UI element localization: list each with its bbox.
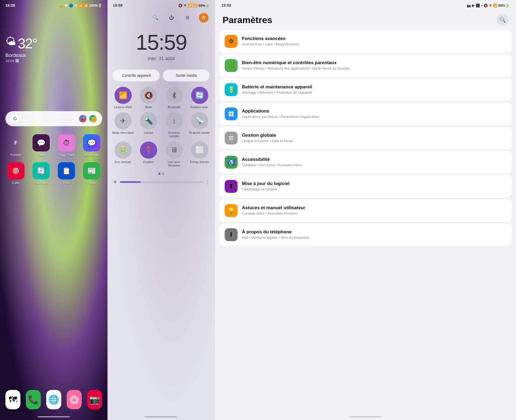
qs-status-time: 15:59 bbox=[113, 3, 123, 8]
settings-item-bienetre[interactable]: 🌿 Bien-être numérique et contrôles paren… bbox=[219, 54, 512, 77]
qs-power-icon[interactable]: ⏻ bbox=[167, 13, 176, 23]
settings-applications-icon bbox=[225, 107, 238, 120]
settings-item-gestion[interactable]: Gestion globale Langue et clavier • Date… bbox=[219, 127, 512, 149]
app-cake[interactable]: 🎯 Cake bbox=[5, 162, 26, 185]
qs-tile-position[interactable]: 📍 Position bbox=[137, 142, 160, 167]
qs-settings-icon[interactable]: ⚙ bbox=[183, 13, 192, 23]
settings-item-apropos[interactable]: ℹ À propos du téléphone État • Mentions … bbox=[219, 223, 512, 246]
settings-maj-icon: ⬆ bbox=[225, 180, 238, 193]
app-habitudes[interactable]: 🔄 Habitudes bbox=[31, 162, 52, 185]
settings-gestion-title: Gestion globale bbox=[242, 133, 506, 138]
home-dock: 🗺 📞 🌐 🌸 📷 bbox=[0, 390, 108, 409]
qs-dot-1 bbox=[158, 173, 160, 175]
qs-user-avatar[interactable]: N bbox=[199, 13, 209, 23]
qs-brightness-bar[interactable] bbox=[120, 181, 202, 183]
weather-widget[interactable]: 🌤 32° Bordeaux 16:04 🔄 bbox=[5, 35, 102, 63]
qs-tile-ptacces[interactable]: 📡 Pt accès mobile bbox=[188, 112, 211, 138]
app-feedly[interactable]: 📰 Feedly bbox=[81, 162, 102, 185]
qs-brightness-more-icon[interactable]: ⋮ bbox=[205, 179, 210, 185]
settings-accessibilite-title: Accessibilité bbox=[242, 157, 506, 162]
qs-tile-muet[interactable]: 🔇 Muet bbox=[137, 87, 160, 109]
qs-enreg-label: Enreg. d'écran bbox=[190, 160, 209, 164]
settings-search-button[interactable]: 🔍 bbox=[497, 14, 508, 26]
app-habitudes-icon: 🔄 bbox=[33, 162, 50, 179]
settings-status-time: 15:59 bbox=[221, 3, 231, 8]
app-messenger[interactable]: 💬 Messenger bbox=[81, 134, 102, 157]
dock-chrome[interactable]: 🌐 bbox=[46, 390, 61, 409]
app-fortnite-icon: F bbox=[7, 134, 24, 151]
app-toggl[interactable]: ⏱ Toggl Track bbox=[56, 134, 77, 157]
qs-lampe-label: Lampe bbox=[144, 131, 153, 135]
home-status-time: 16:28 bbox=[5, 3, 15, 8]
qs-tile-eco[interactable]: 🔋 Éco. énergie bbox=[112, 142, 134, 167]
settings-item-accessibilite[interactable]: ♿ Accessibilité TalkBack • Son mono • As… bbox=[219, 151, 512, 173]
settings-astuces-sub: Conseils utiles • Nouvelles fonctions bbox=[242, 211, 506, 216]
qs-position-label: Position bbox=[143, 160, 154, 164]
qs-tile-avion[interactable]: ✈ Mode Hors ligne bbox=[112, 112, 134, 138]
settings-batterie-icon: 🔋 bbox=[225, 83, 238, 96]
app-trello-icon: 📋 bbox=[58, 162, 75, 179]
qs-tile-rotation[interactable]: 🔄 Rotation auto. bbox=[188, 87, 211, 109]
qs-tile-donnees[interactable]: ↕ Données mobiles bbox=[163, 112, 185, 138]
settings-maj-text: Mise à jour du logiciel Télécharger et i… bbox=[242, 181, 506, 192]
settings-fonctions-title: Fonctions avancées bbox=[242, 36, 506, 41]
dock-camera[interactable]: 📷 bbox=[87, 390, 102, 409]
qs-dot-2 bbox=[162, 173, 164, 175]
settings-bienetre-text: Bien-être numérique et contrôles parenta… bbox=[242, 60, 506, 71]
settings-item-fonctions[interactable]: ⚙ Fonctions avancées Android Auto • Labs… bbox=[219, 30, 512, 53]
settings-batterie-text: Batterie et maintenance appareil Stockag… bbox=[242, 84, 506, 95]
qs-lampe-icon: 🔦 bbox=[140, 112, 157, 129]
qs-muet-label: Muet bbox=[145, 106, 152, 109]
qs-brightness-fill bbox=[120, 181, 141, 183]
google-search-bar[interactable]: G 🎤 🔍 bbox=[5, 111, 102, 126]
qs-tile-lampe[interactable]: 🔦 Lampe bbox=[137, 112, 160, 138]
app-messenger-icon: 💬 bbox=[83, 134, 100, 151]
qs-eco-label: Éco. énergie bbox=[115, 160, 131, 164]
qs-tile-bluetooth[interactable]: Bluetooth bbox=[163, 87, 185, 109]
voice-search-icon[interactable]: 🎤 bbox=[79, 115, 87, 122]
qs-search-icon[interactable]: 🔍 bbox=[150, 13, 160, 23]
dock-petal[interactable]: 🌸 bbox=[67, 390, 82, 409]
qs-ptacces-icon: 📡 bbox=[191, 112, 208, 129]
app-fortnite[interactable]: F Fortnite bbox=[5, 134, 26, 157]
app-habitudes-label: Habitudes bbox=[34, 181, 48, 185]
google-logo: G bbox=[11, 114, 19, 123]
settings-bienetre-icon: 🌿 bbox=[225, 59, 238, 72]
qs-avion-icon: ✈ bbox=[114, 112, 132, 129]
settings-item-batterie[interactable]: 🔋 Batterie et maintenance appareil Stock… bbox=[219, 78, 512, 101]
app-slack-icon: 💬 bbox=[33, 134, 50, 151]
qs-donnees-icon: ↕ bbox=[166, 112, 183, 129]
settings-accessibilite-icon: ♿ bbox=[225, 156, 238, 169]
settings-item-maj[interactable]: ⬆ Mise à jour du logiciel Télécharger et… bbox=[219, 175, 512, 198]
app-toggl-icon: ⏱ bbox=[58, 134, 75, 151]
home-screen: 16:28 🔒 ⚙ 🔵 ✕ 📶 📶 100%🔋 🌤 32° Bordeaux 1… bbox=[0, 0, 108, 420]
settings-item-astuces[interactable]: 💡 Astuces et manuel utilisateur Conseils… bbox=[219, 199, 512, 222]
settings-bienetre-sub: Temps d'écran • Minuteurs des applicatio… bbox=[242, 66, 506, 71]
qs-eco-icon: 🔋 bbox=[114, 142, 132, 159]
app-slack[interactable]: 💬 Slack bbox=[31, 134, 52, 157]
settings-astuces-title: Astuces et manuel utilisateur bbox=[242, 205, 506, 211]
qs-nav-bar bbox=[145, 416, 177, 417]
app-messenger-label: Messenger bbox=[84, 153, 99, 157]
weather-update-time: 16:04 🔄 bbox=[5, 59, 102, 63]
settings-panel: 15:59 📷 ▶ ⬛ • 🔇 ✕ 📶 88%🔋 Paramètres 🔍 ⚙ … bbox=[215, 0, 516, 420]
qs-clock: 15:59 bbox=[108, 30, 215, 55]
settings-item-applications[interactable]: Applications Applications par défaut • P… bbox=[219, 103, 512, 125]
settings-fonctions-sub: Android Auto • Labs • Bixby Routines bbox=[242, 42, 506, 47]
dock-phone[interactable]: 📞 bbox=[26, 390, 41, 409]
lens-search-icon[interactable]: 🔍 bbox=[89, 115, 97, 122]
qs-sortie-media-button[interactable]: Sortie média bbox=[163, 70, 210, 81]
qs-tile-lien[interactable]: 🖥 Lien avec Windows bbox=[163, 142, 185, 167]
qs-tile-wifi[interactable]: 📶 Livebox-4568 bbox=[112, 87, 134, 109]
settings-astuces-icon: 💡 bbox=[225, 204, 238, 217]
qs-page-dots bbox=[108, 173, 215, 175]
qs-ptacces-label: Pt accès mobile bbox=[189, 131, 210, 135]
app-trello[interactable]: 📋 Trello bbox=[56, 162, 77, 185]
qs-rotation-label: Rotation auto. bbox=[190, 106, 209, 109]
qs-brightness-control[interactable]: ☀ ⋮ bbox=[113, 179, 210, 185]
qs-tile-enreg[interactable]: ⬜ Enreg. d'écran bbox=[188, 142, 211, 167]
settings-nav-bar bbox=[349, 416, 382, 417]
qs-controle-appareil-button[interactable]: Contrôle appareil bbox=[113, 70, 160, 81]
dock-maps[interactable]: 🗺 bbox=[5, 390, 20, 409]
settings-batterie-sub: Stockage • Mémoire • Protection de l'app… bbox=[242, 90, 506, 95]
